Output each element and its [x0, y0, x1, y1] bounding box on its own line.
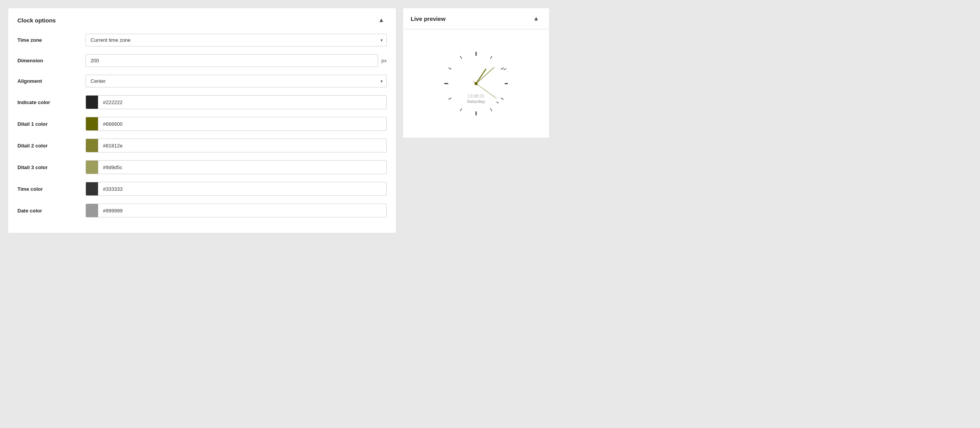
date-color-swatch[interactable] — [86, 204, 98, 217]
indicate-color-input-wrapper — [86, 95, 387, 109]
svg-point-17 — [475, 82, 478, 85]
detail3-color-control — [86, 160, 387, 174]
indicate-color-row: Indicate color — [17, 95, 387, 109]
detail1-color-swatch[interactable] — [86, 117, 98, 130]
timezone-select-wrapper: Current time zone UTC US/Eastern US/Paci… — [86, 34, 387, 46]
dimension-input-group: px — [86, 54, 387, 67]
svg-line-9 — [490, 108, 492, 111]
svg-line-11 — [449, 98, 451, 99]
svg-line-12 — [449, 68, 451, 69]
indicate-color-field[interactable] — [98, 96, 386, 108]
clock-time: 13:08:21 — [468, 94, 485, 98]
detail3-color-input-wrapper — [86, 160, 387, 174]
indicate-color-swatch[interactable] — [86, 96, 98, 109]
live-preview-title: Live preview — [411, 15, 445, 22]
timezone-control: Current time zone UTC US/Eastern US/Paci… — [86, 34, 387, 46]
dimension-control: px — [86, 54, 387, 67]
alignment-select[interactable]: Left Center Right — [86, 75, 387, 87]
detail3-color-label: Ditail 3 color — [17, 164, 79, 170]
indicate-color-label: Indicate color — [17, 99, 79, 105]
date-color-row: Date color — [17, 204, 387, 217]
alignment-label: Alignment — [17, 78, 79, 84]
detail1-color-field[interactable] — [98, 118, 386, 130]
date-color-field[interactable] — [98, 205, 386, 217]
date-color-label: Date color — [17, 208, 79, 214]
svg-line-6 — [490, 56, 492, 59]
detail1-color-label: Ditail 1 color — [17, 121, 79, 127]
alignment-row: Alignment Left Center Right ▾ — [17, 75, 387, 87]
clock-date: Saturday — [467, 99, 485, 104]
detail3-color-row: Ditail 3 color — [17, 160, 387, 174]
svg-line-13 — [460, 56, 462, 59]
detail2-color-input-wrapper — [86, 139, 387, 152]
detail2-color-field[interactable] — [98, 140, 386, 152]
clock-display: 13:08:21 Saturday — [437, 45, 515, 122]
detail1-color-control — [86, 117, 387, 131]
panel-header: Clock options ▲ — [17, 16, 387, 24]
dimension-label: Dimension — [17, 58, 79, 63]
collapse-button[interactable]: ▲ — [376, 16, 387, 24]
live-preview-panel: Live preview ▲ — [403, 8, 550, 138]
timezone-label: Time zone — [17, 37, 79, 43]
date-color-control — [86, 204, 387, 217]
dimension-row: Dimension px — [17, 54, 387, 67]
dimension-input[interactable] — [86, 54, 378, 67]
detail2-color-label: Ditail 2 color — [17, 143, 79, 149]
indicate-color-control — [86, 95, 387, 109]
detail2-color-swatch[interactable] — [86, 139, 98, 152]
detail1-color-row: Ditail 1 color — [17, 117, 387, 131]
time-color-control — [86, 182, 387, 196]
time-color-field[interactable] — [98, 183, 386, 195]
live-preview-header: Live preview ▲ — [403, 8, 549, 29]
live-preview-collapse-button[interactable]: ▲ — [531, 14, 541, 23]
time-color-swatch[interactable] — [86, 182, 98, 195]
time-color-input-wrapper — [86, 182, 387, 196]
svg-line-7 — [501, 68, 504, 69]
detail3-color-field[interactable] — [98, 161, 386, 173]
dimension-unit: px — [381, 58, 387, 63]
detail2-color-control — [86, 139, 387, 152]
clock-options-panel: Clock options ▲ Time zone Current time z… — [8, 8, 396, 233]
timezone-row: Time zone Current time zone UTC US/Easte… — [17, 34, 387, 46]
detail3-color-swatch[interactable] — [86, 161, 98, 174]
page-wrapper: Clock options ▲ Time zone Current time z… — [8, 8, 550, 233]
panel-title: Clock options — [17, 17, 56, 24]
timezone-select[interactable]: Current time zone UTC US/Eastern US/Paci… — [86, 34, 387, 46]
detail1-color-input-wrapper — [86, 117, 387, 131]
svg-line-5 — [497, 101, 499, 104]
time-color-label: Time color — [17, 186, 79, 192]
live-preview-body: 13:08:21 Saturday — [403, 29, 549, 138]
detail2-color-row: Ditail 2 color — [17, 139, 387, 152]
svg-line-8 — [501, 98, 504, 99]
clock-svg — [437, 45, 515, 122]
date-color-input-wrapper — [86, 204, 387, 217]
svg-line-10 — [460, 108, 462, 111]
alignment-control: Left Center Right ▾ — [86, 75, 387, 87]
time-color-row: Time color — [17, 182, 387, 196]
alignment-select-wrapper: Left Center Right ▾ — [86, 75, 387, 87]
svg-line-4 — [504, 68, 506, 71]
